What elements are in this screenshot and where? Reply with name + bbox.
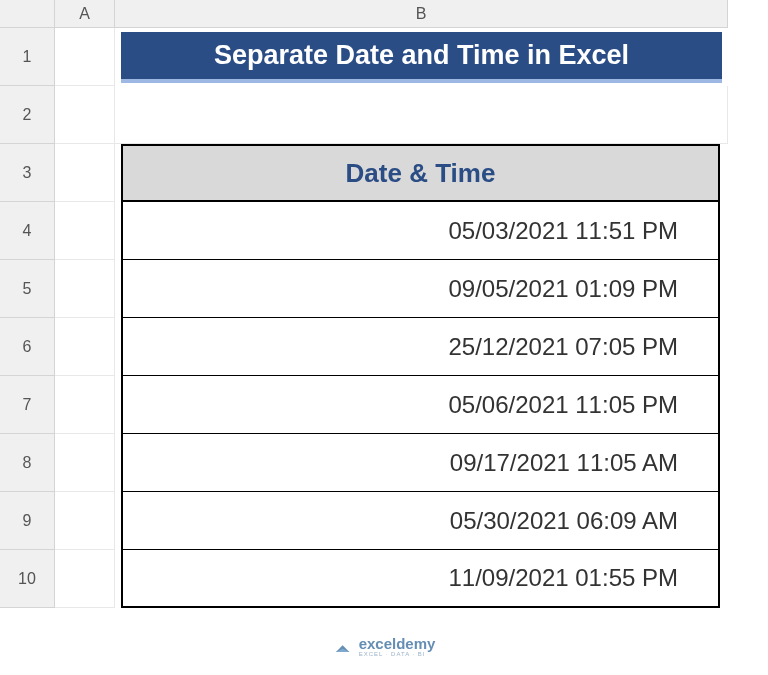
table-row[interactable]: 05/30/2021 06:09 AM <box>121 492 720 550</box>
cell-a3[interactable] <box>55 144 115 202</box>
exceldemy-logo-icon <box>333 637 353 657</box>
cell-b1[interactable]: Separate Date and Time in Excel <box>115 28 728 86</box>
title-banner: Separate Date and Time in Excel <box>121 32 722 83</box>
row-header-5[interactable]: 5 <box>0 260 55 318</box>
column-header-b[interactable]: B <box>115 0 728 28</box>
table-header[interactable]: Date & Time <box>121 144 720 202</box>
cell-b2[interactable] <box>115 86 728 144</box>
corner-cell[interactable] <box>0 0 55 28</box>
row-header-3[interactable]: 3 <box>0 144 55 202</box>
cell-a2[interactable] <box>55 86 115 144</box>
column-header-a[interactable]: A <box>55 0 115 28</box>
cell-a5[interactable] <box>55 260 115 318</box>
table-row[interactable]: 05/06/2021 11:05 PM <box>121 376 720 434</box>
watermark-sub: EXCEL · DATA · BI <box>359 651 436 657</box>
row-header-1[interactable]: 1 <box>0 28 55 86</box>
cell-a8[interactable] <box>55 434 115 492</box>
row-header-10[interactable]: 10 <box>0 550 55 608</box>
watermark-main: exceldemy <box>359 636 436 651</box>
table-row[interactable]: 05/03/2021 11:51 PM <box>121 202 720 260</box>
watermark: exceldemy EXCEL · DATA · BI <box>333 636 436 657</box>
table-row[interactable]: 09/17/2021 11:05 AM <box>121 434 720 492</box>
cell-a9[interactable] <box>55 492 115 550</box>
row-header-6[interactable]: 6 <box>0 318 55 376</box>
cell-a4[interactable] <box>55 202 115 260</box>
row-header-7[interactable]: 7 <box>0 376 55 434</box>
row-header-4[interactable]: 4 <box>0 202 55 260</box>
watermark-text: exceldemy EXCEL · DATA · BI <box>359 636 436 657</box>
spreadsheet-grid: A B 1 Separate Date and Time in Excel 2 … <box>0 0 728 608</box>
row-header-2[interactable]: 2 <box>0 86 55 144</box>
cell-a6[interactable] <box>55 318 115 376</box>
table-row[interactable]: 09/05/2021 01:09 PM <box>121 260 720 318</box>
page-title: Separate Date and Time in Excel <box>141 40 702 71</box>
cell-a10[interactable] <box>55 550 115 608</box>
row-header-8[interactable]: 8 <box>0 434 55 492</box>
row-header-9[interactable]: 9 <box>0 492 55 550</box>
table-row[interactable]: 11/09/2021 01:55 PM <box>121 550 720 608</box>
table-row[interactable]: 25/12/2021 07:05 PM <box>121 318 720 376</box>
cell-a7[interactable] <box>55 376 115 434</box>
cell-a1[interactable] <box>55 28 115 86</box>
